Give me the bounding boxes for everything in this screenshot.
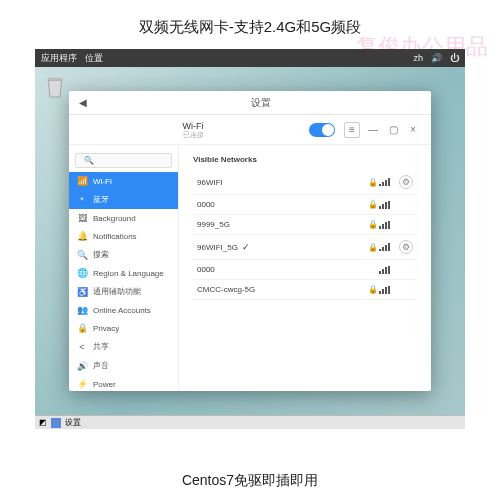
network-row[interactable]: 0000 bbox=[193, 260, 417, 280]
network-name: 96WIFI bbox=[197, 178, 223, 187]
sidebar-item-3[interactable]: 🔔Notifications bbox=[69, 227, 178, 245]
network-name: 0000 bbox=[197, 265, 215, 274]
taskbar: ◩ 设置 bbox=[35, 415, 465, 429]
sidebar-item-8[interactable]: 🔒Privacy bbox=[69, 319, 178, 337]
signal-icon bbox=[379, 286, 393, 294]
sidebar-item-label: 共享 bbox=[93, 341, 109, 352]
network-list: 96WIFI🔒⚙0000🔒9999_5G🔒96WIFI_5G✓🔒⚙0000CMC… bbox=[193, 170, 417, 300]
signal-icon bbox=[379, 178, 393, 186]
sidebar-item-label: 蓝牙 bbox=[93, 194, 109, 205]
sidebar-item-icon: < bbox=[77, 342, 87, 352]
sidebar-item-icon: * bbox=[77, 195, 87, 205]
sidebar-item-label: Privacy bbox=[93, 324, 119, 333]
taskbar-corner-icon[interactable]: ◩ bbox=[39, 418, 47, 427]
sidebar-item-label: Notifications bbox=[93, 232, 137, 241]
window-titlebar: ◀ 设置 bbox=[69, 91, 431, 115]
wifi-toggle[interactable] bbox=[309, 123, 335, 137]
network-row[interactable]: 0000🔒 bbox=[193, 195, 417, 215]
sidebar-item-5[interactable]: 🌐Region & Language bbox=[69, 264, 178, 282]
sidebar-item-icon: ♿ bbox=[77, 287, 87, 297]
sidebar-item-7[interactable]: 👥Online Accounts bbox=[69, 301, 178, 319]
desktop: 应用程序 位置 zh 🔊 ⏻ ◀ 设置 Wi-Fi 已连接 ≡ — ▢ × bbox=[35, 49, 465, 429]
caption-bottom: Centos7免驱即插即用 bbox=[0, 462, 500, 500]
sidebar-item-label: Wi-Fi bbox=[93, 177, 112, 186]
network-row[interactable]: CMCC-cwcg-5G🔒 bbox=[193, 280, 417, 300]
connected-check-icon: ✓ bbox=[242, 242, 250, 252]
close-button[interactable]: × bbox=[406, 123, 420, 137]
lock-icon: 🔒 bbox=[367, 200, 379, 209]
wifi-title: Wi-Fi bbox=[77, 122, 309, 131]
sidebar-item-0[interactable]: 📶Wi-Fi bbox=[69, 172, 178, 190]
visible-networks-title: Visible Networks bbox=[193, 155, 417, 164]
trash-icon[interactable] bbox=[45, 75, 65, 99]
sidebar-item-label: 搜索 bbox=[93, 249, 109, 260]
sidebar-item-icon: ⚡ bbox=[77, 379, 87, 389]
network-name: CMCC-cwcg-5G bbox=[197, 285, 255, 294]
wifi-subtitle: 已连接 bbox=[77, 131, 309, 138]
window-title: 设置 bbox=[97, 96, 425, 110]
sidebar-item-label: Power bbox=[93, 380, 116, 389]
lock-icon: 🔒 bbox=[367, 220, 379, 229]
menubar-apps[interactable]: 应用程序 bbox=[41, 52, 77, 65]
lock-icon: 🔒 bbox=[367, 285, 379, 294]
sidebar-item-11[interactable]: ⚡Power bbox=[69, 375, 178, 391]
network-name: 96WIFI_5G bbox=[197, 243, 238, 252]
network-options-button[interactable]: ⚙ bbox=[399, 175, 413, 189]
back-button[interactable]: ◀ bbox=[75, 95, 91, 111]
history-button[interactable]: ≡ bbox=[344, 122, 360, 138]
caption-top: 双频无线网卡-支持2.4G和5G频段 bbox=[0, 0, 500, 49]
sidebar-item-9[interactable]: <共享 bbox=[69, 337, 178, 356]
sidebar-item-icon: 📶 bbox=[77, 176, 87, 186]
content-pane: Visible Networks 96WIFI🔒⚙0000🔒9999_5G🔒96… bbox=[179, 145, 431, 391]
sidebar-item-icon: 🔍 bbox=[77, 250, 87, 260]
settings-window: ◀ 设置 Wi-Fi 已连接 ≡ — ▢ × 🔍 📶Wi-Fi bbox=[69, 91, 431, 391]
sidebar-item-1[interactable]: *蓝牙 bbox=[69, 190, 178, 209]
top-menubar: 应用程序 位置 zh 🔊 ⏻ bbox=[35, 49, 465, 67]
wifi-header: Wi-Fi 已连接 ≡ — ▢ × bbox=[69, 115, 431, 145]
menubar-lang[interactable]: zh bbox=[413, 53, 423, 63]
network-row[interactable]: 9999_5G🔒 bbox=[193, 215, 417, 235]
network-options-button[interactable]: ⚙ bbox=[399, 240, 413, 254]
sidebar-item-label: Online Accounts bbox=[93, 306, 151, 315]
signal-icon bbox=[379, 266, 393, 274]
network-name: 9999_5G bbox=[197, 220, 230, 229]
signal-icon bbox=[379, 201, 393, 209]
lock-icon: 🔒 bbox=[367, 243, 379, 252]
sidebar-item-label: 通用辅助功能 bbox=[93, 286, 141, 297]
menubar-power-icon[interactable]: ⏻ bbox=[450, 53, 459, 63]
network-row[interactable]: 96WIFI_5G✓🔒⚙ bbox=[193, 235, 417, 260]
minimize-button[interactable]: — bbox=[366, 123, 380, 137]
menubar-places[interactable]: 位置 bbox=[85, 52, 103, 65]
sidebar-item-label: Region & Language bbox=[93, 269, 164, 278]
taskbar-app-label[interactable]: 设置 bbox=[65, 417, 81, 428]
sidebar-item-icon: 🔒 bbox=[77, 323, 87, 333]
sidebar-item-10[interactable]: 🔊声音 bbox=[69, 356, 178, 375]
sidebar-item-label: Background bbox=[93, 214, 136, 223]
network-name: 0000 bbox=[197, 200, 215, 209]
sidebar-item-4[interactable]: 🔍搜索 bbox=[69, 245, 178, 264]
sidebar-item-icon: 🖼 bbox=[77, 213, 87, 223]
settings-sidebar: 🔍 📶Wi-Fi*蓝牙🖼Background🔔Notifications🔍搜索🌐… bbox=[69, 145, 179, 391]
signal-icon bbox=[379, 221, 393, 229]
sidebar-item-icon: 🔊 bbox=[77, 361, 87, 371]
lock-icon: 🔒 bbox=[367, 178, 379, 187]
search-icon: 🔍 bbox=[84, 156, 94, 165]
sidebar-item-2[interactable]: 🖼Background bbox=[69, 209, 178, 227]
network-row[interactable]: 96WIFI🔒⚙ bbox=[193, 170, 417, 195]
sidebar-item-label: 声音 bbox=[93, 360, 109, 371]
taskbar-app-icon[interactable] bbox=[51, 418, 61, 428]
signal-icon bbox=[379, 243, 393, 251]
menubar-volume-icon[interactable]: 🔊 bbox=[431, 53, 442, 63]
maximize-button[interactable]: ▢ bbox=[386, 123, 400, 137]
sidebar-item-icon: 🌐 bbox=[77, 268, 87, 278]
sidebar-item-icon: 🔔 bbox=[77, 231, 87, 241]
sidebar-item-6[interactable]: ♿通用辅助功能 bbox=[69, 282, 178, 301]
sidebar-item-icon: 👥 bbox=[77, 305, 87, 315]
sidebar-search: 🔍 bbox=[69, 145, 178, 172]
